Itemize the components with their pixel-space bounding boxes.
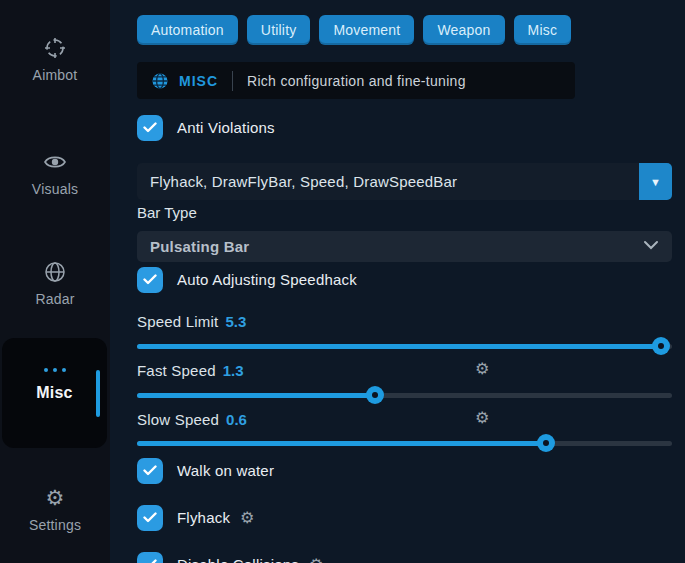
tab-weapon[interactable]: Weapon: [423, 15, 504, 45]
anti-violations-label: Anti Violations: [177, 119, 275, 136]
fast-speed-value: 1.3: [223, 362, 244, 379]
divider: [232, 71, 233, 91]
check-icon: [143, 465, 157, 476]
gear-icon: ⚙: [43, 486, 67, 510]
section-subtitle: Rich configuration and fine-tuning: [247, 73, 466, 89]
sidebar-item-misc[interactable]: Misc: [2, 338, 107, 448]
check-icon: [143, 512, 157, 523]
slow-speed-gear-icon[interactable]: ⚙: [475, 410, 489, 426]
sidebar-item-label: Radar: [35, 291, 74, 307]
slider-handle[interactable]: [537, 434, 555, 452]
slow-speed-slider[interactable]: [137, 441, 672, 446]
tab-misc[interactable]: Misc: [514, 15, 572, 45]
speed-limit-label-row: Speed Limit 5.3: [137, 312, 672, 330]
sidebar-item-label: Visuals: [32, 181, 78, 197]
sidebar-item-radar[interactable]: Radar: [0, 260, 110, 308]
slow-speed-value: 0.6: [226, 411, 247, 428]
section-title: MISC: [179, 73, 218, 89]
dropdown-open-button[interactable]: ▼: [639, 163, 672, 200]
sidebar-item-settings[interactable]: ⚙ Settings: [0, 486, 110, 534]
auto-adjusting-row: Auto Adjusting Speedhack: [137, 266, 672, 293]
walk-on-water-checkbox[interactable]: [137, 458, 163, 484]
selected-indicator: [96, 370, 100, 417]
sidebar-item-aimbot[interactable]: Aimbot: [0, 36, 110, 84]
speed-limit-label: Speed Limit: [137, 313, 218, 330]
anti-violations-row: Anti Violations: [137, 114, 672, 141]
slider-handle[interactable]: [652, 337, 670, 355]
anti-violations-checkbox[interactable]: [137, 115, 163, 141]
fast-speed-label: Fast Speed: [137, 362, 216, 379]
check-icon: [143, 559, 157, 563]
auto-adjusting-label: Auto Adjusting Speedhack: [177, 271, 357, 288]
sidebar-item-visuals[interactable]: Visuals: [0, 150, 110, 198]
sidebar-item-label: Settings: [29, 517, 81, 533]
fast-speed-slider[interactable]: [137, 393, 672, 398]
disable-collisions-checkbox[interactable]: [137, 552, 163, 563]
disable-collisions-label: Disable Collisions: [177, 556, 299, 563]
speed-limit-value: 5.3: [225, 313, 246, 330]
bar-type-select[interactable]: Pulsating Bar: [137, 231, 672, 262]
fast-speed-gear-icon[interactable]: ⚙: [475, 361, 489, 377]
check-icon: [143, 274, 157, 285]
check-icon: [143, 122, 157, 133]
main-panel: Automation Utility Movement Weapon Misc …: [110, 0, 685, 563]
globe-icon: [43, 260, 67, 284]
eye-icon: [43, 150, 67, 174]
slider-fill: [137, 344, 661, 349]
slider-fill: [137, 393, 375, 398]
sidebar-item-label: Misc: [36, 384, 72, 401]
ellipsis-icon: [2, 368, 107, 372]
disable-collisions-gear-icon[interactable]: ⚙: [309, 557, 323, 563]
bar-multiselect[interactable]: Flyhack, DrawFlyBar, Speed, DrawSpeedBar…: [137, 163, 672, 200]
section-header: MISC Rich configuration and fine-tuning: [137, 62, 575, 99]
bar-type-label: Bar Type: [137, 204, 672, 221]
triangle-down-icon: ▼: [650, 176, 661, 188]
globe-icon: [151, 72, 169, 90]
auto-adjusting-checkbox[interactable]: [137, 267, 163, 293]
sidebar-item-label: Aimbot: [33, 67, 78, 83]
slow-speed-label: Slow Speed: [137, 411, 219, 428]
bar-multiselect-value: Flyhack, DrawFlyBar, Speed, DrawSpeedBar: [137, 173, 457, 190]
fast-speed-label-row: Fast Speed 1.3 ⚙: [137, 361, 672, 379]
flyhack-row: Flyhack ⚙: [137, 504, 672, 531]
slider-fill: [137, 441, 546, 446]
flyhack-label: Flyhack: [177, 509, 230, 526]
disable-collisions-row: Disable Collisions ⚙: [137, 551, 672, 563]
sidebar: Aimbot Visuals Radar Misc ⚙ Settings: [0, 0, 110, 563]
tab-automation[interactable]: Automation: [137, 15, 238, 45]
tab-bar: Automation Utility Movement Weapon Misc: [137, 15, 672, 45]
speed-limit-slider[interactable]: [137, 344, 672, 349]
chevron-down-icon: [643, 240, 659, 250]
tab-movement[interactable]: Movement: [319, 15, 414, 45]
walk-on-water-label: Walk on water: [177, 462, 274, 479]
slider-handle[interactable]: [366, 386, 384, 404]
slow-speed-label-row: Slow Speed 0.6 ⚙: [137, 410, 672, 428]
tab-utility[interactable]: Utility: [247, 15, 311, 45]
flyhack-gear-icon[interactable]: ⚙: [240, 510, 254, 526]
crosshair-icon: [43, 36, 67, 60]
walk-on-water-row: Walk on water: [137, 457, 672, 484]
bar-type-value: Pulsating Bar: [137, 238, 249, 255]
flyhack-checkbox[interactable]: [137, 505, 163, 531]
